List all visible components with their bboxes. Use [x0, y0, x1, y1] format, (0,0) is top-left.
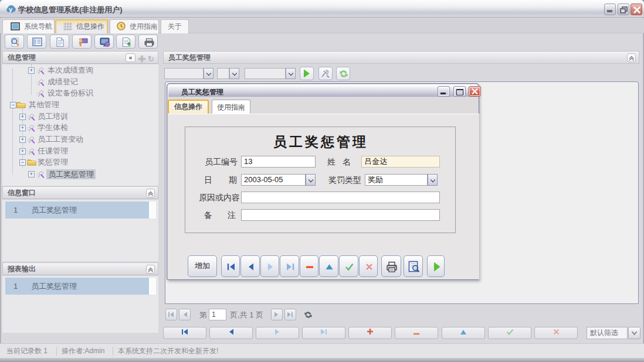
svg-text:y: y: [9, 6, 13, 13]
